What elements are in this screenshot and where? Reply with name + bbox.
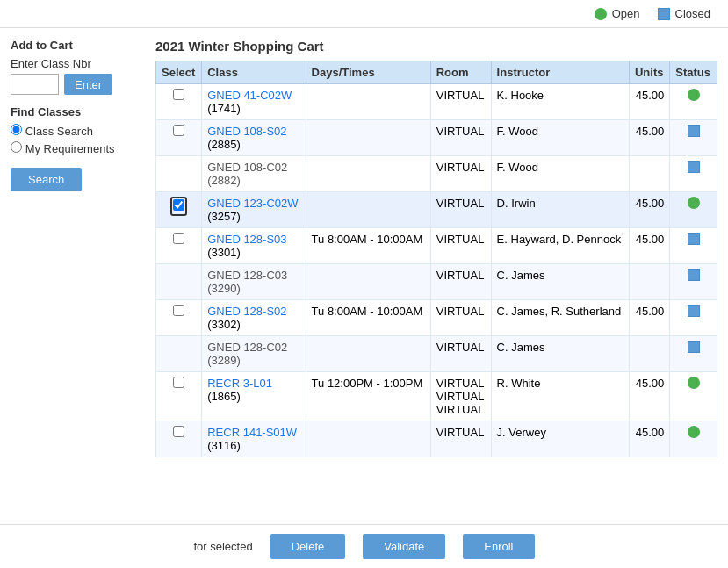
class-id: (2885) bbox=[207, 138, 241, 151]
class-link[interactable]: GNED 123-C02W bbox=[207, 197, 298, 210]
class-search-radio-label[interactable]: Class Search bbox=[11, 124, 147, 138]
enroll-button[interactable]: Enroll bbox=[463, 534, 534, 559]
class-cell: GNED 41-C02W(1741) bbox=[202, 84, 306, 120]
class-cell: GNED 128-S03(3301) bbox=[202, 228, 306, 264]
select-cell bbox=[156, 120, 202, 156]
for-selected-label: for selected bbox=[193, 540, 252, 553]
row-checkbox[interactable] bbox=[173, 233, 184, 244]
class-id-gray: (3289) bbox=[207, 354, 241, 367]
class-id: (3257) bbox=[207, 210, 241, 223]
status-cell bbox=[670, 300, 717, 336]
room-cell: VIRTUAL bbox=[430, 192, 491, 228]
class-id: (1741) bbox=[207, 102, 241, 115]
selected-checkbox-wrapper[interactable] bbox=[170, 197, 187, 216]
enter-button[interactable]: Enter bbox=[64, 74, 112, 95]
table-row: GNED 41-C02W(1741)VIRTUALK. Hooke45.00 bbox=[156, 84, 717, 120]
select-cell bbox=[156, 228, 202, 264]
class-cell: RECR 141-S01W(3116) bbox=[202, 421, 306, 457]
status-cell bbox=[670, 421, 717, 457]
row-checkbox[interactable] bbox=[173, 377, 184, 388]
class-cell: GNED 123-C02W(3257) bbox=[202, 192, 306, 228]
table-row: GNED 108-S02(2885)VIRTUALF. Wood45.00 bbox=[156, 120, 717, 156]
units-cell: 45.00 bbox=[629, 120, 669, 156]
my-requirements-radio-label[interactable]: My Requirements bbox=[11, 141, 147, 155]
table-row: GNED 108-C02(2882)VIRTUALF. Wood bbox=[156, 156, 717, 192]
search-button[interactable]: Search bbox=[11, 168, 82, 191]
open-status-icon bbox=[688, 426, 700, 438]
col-days-times: Days/Times bbox=[306, 61, 430, 84]
room-cell: VIRTUAL bbox=[430, 156, 491, 192]
class-link[interactable]: GNED 108-S02 bbox=[207, 125, 286, 138]
col-instructor: Instructor bbox=[491, 61, 629, 84]
class-link[interactable]: RECR 141-S01W bbox=[207, 426, 297, 439]
col-class: Class bbox=[202, 61, 306, 84]
my-requirements-radio[interactable] bbox=[11, 141, 22, 153]
row-checkbox[interactable] bbox=[173, 426, 184, 437]
units-cell: 45.00 bbox=[629, 228, 669, 264]
class-link[interactable]: GNED 128-S03 bbox=[207, 233, 286, 246]
class-link[interactable]: RECR 3-L01 bbox=[207, 377, 272, 390]
delete-button[interactable]: Delete bbox=[270, 534, 346, 559]
col-units: Units bbox=[629, 61, 669, 84]
class-cell: GNED 128-C02(3289) bbox=[202, 336, 306, 372]
class-cell: GNED 108-S02(2885) bbox=[202, 120, 306, 156]
status-cell bbox=[670, 84, 717, 120]
add-to-cart-title: Add to Cart bbox=[11, 39, 147, 52]
validate-button[interactable]: Validate bbox=[363, 534, 445, 559]
select-cell bbox=[156, 156, 202, 192]
select-cell bbox=[156, 264, 202, 300]
class-name-gray: GNED 128-C02 bbox=[207, 341, 287, 354]
room-cell: VIRTUALVIRTUALVIRTUAL bbox=[430, 372, 491, 421]
class-name-gray: GNED 128-C03 bbox=[207, 269, 287, 282]
select-cell bbox=[156, 84, 202, 120]
instructor-cell: C. James bbox=[491, 336, 629, 372]
select-cell bbox=[156, 421, 202, 457]
table-header-row: Select Class Days/Times Room Instructor … bbox=[156, 61, 717, 84]
class-id: (3116) bbox=[207, 439, 241, 452]
class-nbr-input[interactable] bbox=[11, 74, 59, 95]
days-times-cell bbox=[306, 264, 430, 300]
instructor-cell: R. White bbox=[491, 372, 629, 421]
class-search-radio[interactable] bbox=[11, 124, 22, 135]
col-room: Room bbox=[430, 61, 491, 84]
class-nbr-row: Enter bbox=[11, 74, 147, 95]
find-classes-title: Find Classes bbox=[11, 105, 147, 119]
closed-status-icon bbox=[688, 161, 700, 173]
days-times-cell: Tu 12:00PM - 1:00PM bbox=[306, 372, 430, 421]
days-times-cell: Tu 8:00AM - 10:00AM bbox=[306, 300, 430, 336]
instructor-cell: K. Hooke bbox=[491, 84, 629, 120]
closed-status-icon bbox=[688, 125, 700, 137]
row-checkbox[interactable] bbox=[173, 89, 184, 100]
units-cell bbox=[629, 156, 669, 192]
closed-icon bbox=[658, 8, 670, 20]
status-cell bbox=[670, 264, 717, 300]
class-table: Select Class Days/Times Room Instructor … bbox=[155, 61, 717, 457]
select-cell bbox=[156, 372, 202, 421]
class-link[interactable]: GNED 41-C02W bbox=[207, 89, 292, 102]
open-legend: Open bbox=[595, 7, 640, 20]
units-cell bbox=[629, 264, 669, 300]
units-cell: 45.00 bbox=[629, 421, 669, 457]
days-times-cell bbox=[306, 120, 430, 156]
select-cell bbox=[156, 336, 202, 372]
row-checkbox[interactable] bbox=[173, 305, 184, 316]
status-cell bbox=[670, 228, 717, 264]
row-checkbox[interactable] bbox=[173, 125, 184, 136]
class-cell: GNED 128-C03(3290) bbox=[202, 264, 306, 300]
status-cell bbox=[670, 372, 717, 421]
closed-label: Closed bbox=[675, 7, 710, 20]
days-times-cell bbox=[306, 192, 430, 228]
class-id: (3301) bbox=[207, 246, 241, 259]
class-link[interactable]: GNED 128-S02 bbox=[207, 305, 286, 318]
class-cell: GNED 108-C02(2882) bbox=[202, 156, 306, 192]
room-cell: VIRTUAL bbox=[430, 120, 491, 156]
row-checkbox[interactable] bbox=[173, 199, 184, 211]
units-cell: 45.00 bbox=[629, 192, 669, 228]
class-id: (3302) bbox=[207, 318, 241, 331]
open-status-icon bbox=[688, 89, 700, 101]
closed-legend: Closed bbox=[658, 7, 710, 20]
closed-status-icon bbox=[688, 341, 700, 353]
status-cell bbox=[670, 120, 717, 156]
radio-group: Class Search My Requirements bbox=[11, 124, 147, 155]
status-cell bbox=[670, 192, 717, 228]
